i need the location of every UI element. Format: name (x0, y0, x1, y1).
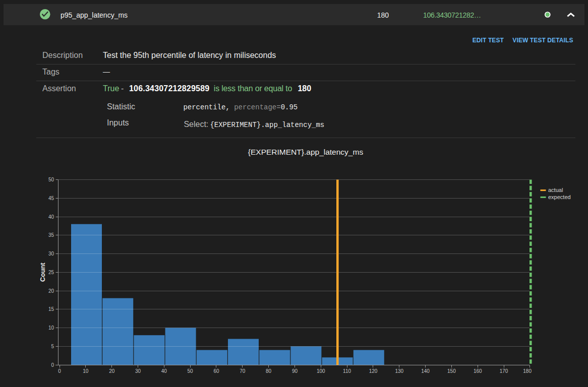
svg-text:180: 180 (523, 368, 532, 374)
svg-text:120: 120 (369, 368, 378, 374)
svg-text:25: 25 (48, 270, 54, 275)
svg-text:20: 20 (109, 368, 115, 374)
svg-text:5: 5 (51, 344, 54, 349)
svg-text:40: 40 (161, 368, 167, 374)
svg-text:140: 140 (421, 368, 430, 374)
svg-text:10: 10 (48, 325, 54, 331)
svg-text:20: 20 (48, 288, 54, 294)
svg-text:Count: Count (39, 263, 46, 282)
svg-text:70: 70 (240, 368, 246, 374)
svg-text:30: 30 (48, 251, 54, 256)
svg-text:35: 35 (48, 232, 54, 238)
svg-text:50: 50 (48, 177, 54, 182)
svg-text:45: 45 (48, 196, 54, 201)
svg-text:0: 0 (58, 368, 61, 374)
svg-text:100: 100 (317, 368, 325, 374)
svg-text:160: 160 (474, 368, 482, 374)
svg-text:15: 15 (48, 306, 54, 312)
svg-text:90: 90 (292, 368, 298, 374)
svg-text:110: 110 (343, 368, 351, 374)
svg-text:0: 0 (51, 362, 54, 368)
svg-text:60: 60 (213, 368, 219, 374)
svg-text:actual: actual (548, 187, 563, 193)
svg-text:expected: expected (548, 194, 571, 200)
svg-text:80: 80 (266, 368, 272, 374)
svg-text:150: 150 (447, 368, 456, 374)
svg-text:130: 130 (395, 368, 403, 374)
svg-text:30: 30 (135, 368, 141, 374)
svg-text:170: 170 (500, 368, 508, 374)
svg-text:10: 10 (83, 368, 89, 374)
svg-text:50: 50 (188, 368, 194, 374)
svg-text:40: 40 (48, 214, 54, 220)
